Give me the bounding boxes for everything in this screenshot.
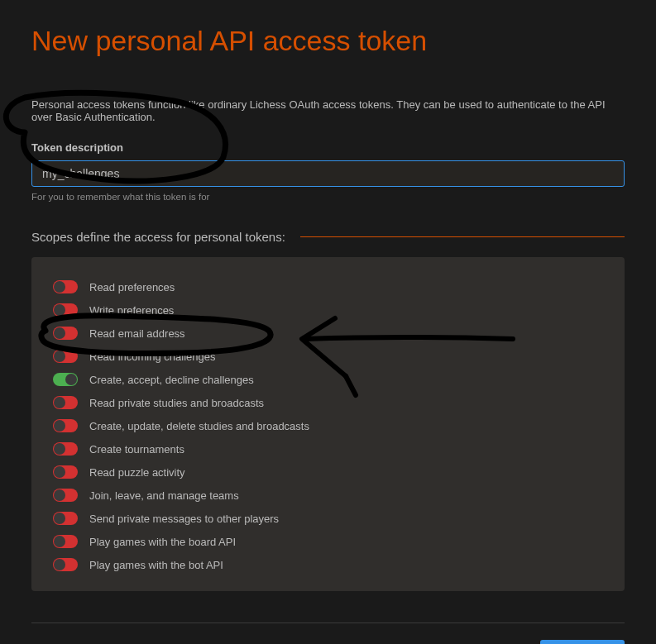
scope-row: Read puzzle activity (53, 460, 603, 484)
scope-row: Read private studies and broadcasts (53, 391, 603, 414)
scope-row: Read incoming challenges (53, 345, 603, 368)
scope-toggle[interactable] (53, 558, 78, 571)
toggle-knob (54, 443, 65, 455)
scope-toggle[interactable] (53, 303, 78, 317)
page-title: New personal API access token (31, 25, 625, 57)
scope-row: Create, update, delete studies and broad… (53, 414, 603, 437)
scope-toggle[interactable] (53, 419, 78, 432)
toggle-knob (54, 536, 65, 547)
scope-label: Read private studies and broadcasts (89, 397, 264, 409)
page-description: Personal access tokens function like ord… (31, 98, 625, 123)
scope-toggle[interactable] (53, 373, 78, 386)
token-description-input[interactable] (31, 160, 625, 187)
scope-toggle[interactable] (53, 442, 78, 456)
scope-label: Play games with the bot API (89, 559, 223, 571)
submit-button[interactable]: SUBMIT (540, 640, 625, 644)
scope-toggle[interactable] (53, 465, 78, 479)
toggle-knob (54, 513, 65, 524)
scope-toggle[interactable] (53, 512, 78, 525)
toggle-knob (54, 327, 65, 339)
scope-label: Read email address (89, 327, 185, 340)
token-description-helper: For you to remember what this token is f… (31, 192, 625, 202)
scope-toggle[interactable] (53, 327, 78, 340)
scope-label: Join, leave, and manage teams (89, 489, 239, 502)
scope-row: Create tournaments (53, 437, 603, 460)
toggle-knob (54, 420, 65, 432)
scope-row: Play games with the board API (53, 530, 603, 553)
toggle-knob (54, 304, 65, 316)
scope-row: Read email address (53, 322, 603, 345)
scope-label: Create, update, delete studies and broad… (89, 420, 309, 432)
toggle-knob (54, 351, 65, 362)
scope-toggle[interactable] (53, 535, 78, 548)
scope-row: Read preferences (53, 275, 603, 298)
scope-row: Create, accept, decline challenges (53, 368, 603, 391)
scope-label: Read puzzle activity (89, 466, 185, 479)
scope-row: Send private messages to other players (53, 507, 603, 530)
scope-label: Play games with the board API (89, 536, 236, 548)
toggle-knob (65, 374, 77, 385)
toggle-knob (54, 397, 65, 408)
footer-divider (31, 623, 625, 623)
scope-row: Write preferences (53, 298, 603, 322)
scope-label: Read incoming challenges (89, 351, 215, 363)
scopes-divider (300, 236, 625, 237)
scope-toggle[interactable] (53, 396, 78, 409)
toggle-knob (54, 489, 65, 501)
scope-label: Write preferences (89, 304, 174, 317)
scope-toggle[interactable] (53, 280, 78, 293)
scope-row: Play games with the bot API (53, 553, 603, 576)
toggle-knob (54, 281, 65, 293)
scope-toggle[interactable] (53, 350, 78, 363)
scope-label: Read preferences (89, 281, 175, 293)
scopes-header: Scopes define the access for personal to… (31, 230, 285, 244)
scope-label: Create, accept, decline challenges (89, 374, 254, 386)
scope-label: Send private messages to other players (89, 513, 279, 525)
scope-toggle[interactable] (53, 489, 78, 502)
scope-row: Join, leave, and manage teams (53, 484, 603, 507)
toggle-knob (54, 559, 65, 570)
toggle-knob (54, 466, 65, 478)
scope-label: Create tournaments (89, 443, 184, 456)
scopes-panel: Read preferencesWrite preferencesRead em… (31, 257, 625, 591)
token-description-label: Token description (31, 141, 625, 154)
